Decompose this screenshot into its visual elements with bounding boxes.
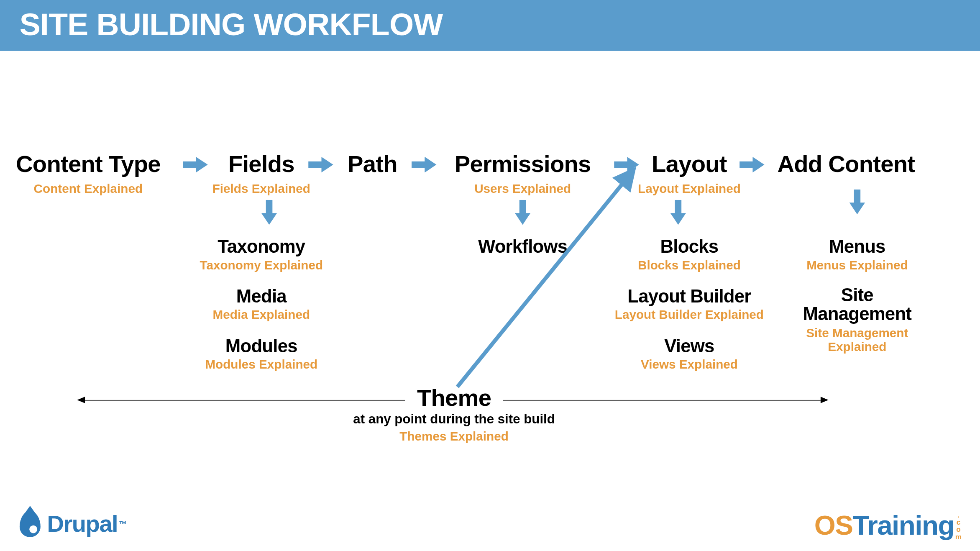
blocks-label: Blocks <box>660 236 719 257</box>
step-path: Path <box>348 150 397 178</box>
arrow-down-fields <box>263 200 275 226</box>
layout-builder-label: Layout Builder <box>627 286 751 307</box>
ost-com: .com <box>955 511 960 540</box>
drupal-text: Drupal <box>47 510 118 538</box>
theme-to-layout-arrow <box>0 0 980 551</box>
step-add-content: Add Content <box>777 150 915 178</box>
step-permissions-sub: Users Explained <box>474 182 571 196</box>
taxonomy-sub: Taxonomy Explained <box>200 258 323 272</box>
drupal-logo: Drupal ™ <box>20 510 127 538</box>
drupal-tm: ™ <box>119 520 127 529</box>
arrow-right-1 <box>183 159 209 171</box>
ostraining-logo: OSTraining .com <box>814 510 960 541</box>
step-fields-sub: Fields Explained <box>212 182 310 196</box>
views-label: Views <box>664 336 714 357</box>
theme-line-left <box>85 400 405 401</box>
site-management-sub: Site Management Explained <box>786 327 929 354</box>
theme-line-arrowhead-right <box>821 397 829 403</box>
slide: SITE BUILDING WORKFLOW Content Type Cont… <box>0 0 980 551</box>
theme-note: at any point during the site build <box>353 412 555 427</box>
drupal-drop-icon <box>20 511 41 537</box>
arrow-down-layout <box>672 200 684 226</box>
site-management-label: SiteManagement <box>786 286 929 324</box>
modules-sub: Modules Explained <box>205 357 317 372</box>
arrow-down-permissions <box>517 200 529 226</box>
arrow-right-3 <box>412 159 438 171</box>
theme-line-arrowhead-left <box>77 397 85 403</box>
svg-line-1 <box>457 170 634 387</box>
step-fields: Fields <box>228 150 294 178</box>
step-content-type-sub: Content Explained <box>34 182 143 196</box>
layout-builder-sub: Layout Builder Explained <box>615 308 764 322</box>
slide-title: SITE BUILDING WORKFLOW <box>20 7 443 42</box>
step-permissions: Permissions <box>455 150 591 178</box>
step-layout-sub: Layout Explained <box>638 182 741 196</box>
media-sub: Media Explained <box>213 308 310 322</box>
arrow-right-5 <box>739 159 765 171</box>
taxonomy-label: Taxonomy <box>217 236 305 257</box>
menus-sub: Menus Explained <box>806 258 908 272</box>
ost-os: OS <box>814 510 853 541</box>
ost-training: Training <box>852 510 954 541</box>
arrow-right-2 <box>308 159 334 171</box>
views-sub: Views Explained <box>641 357 738 372</box>
workflows-label: Workflows <box>478 236 567 257</box>
step-layout: Layout <box>652 150 727 178</box>
theme-sub: Themes Explained <box>399 429 509 443</box>
theme-label: Theme <box>417 384 491 412</box>
modules-label: Modules <box>225 336 297 357</box>
media-label: Media <box>236 286 287 307</box>
menus-label: Menus <box>829 236 885 257</box>
title-bar: SITE BUILDING WORKFLOW <box>0 0 980 51</box>
theme-line-right <box>503 400 821 401</box>
arrow-right-4 <box>614 159 640 171</box>
arrow-down-add-content <box>851 190 863 215</box>
blocks-sub: Blocks Explained <box>638 258 741 272</box>
step-content-type: Content Type <box>16 150 161 178</box>
